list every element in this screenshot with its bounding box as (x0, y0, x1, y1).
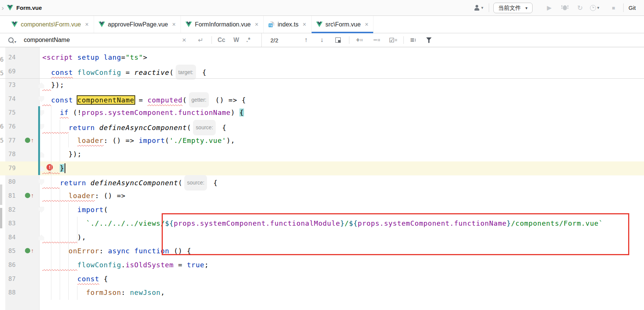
line-number: 88 (8, 286, 15, 300)
tab-components-Form.vue[interactable]: components\Form.vue× (7, 16, 94, 33)
run-config-label: 当前文件 (498, 5, 521, 12)
code-line-86[interactable]: 86 flowConfig.isOldSystem = true; (0, 258, 644, 272)
code-token: : () => (95, 192, 125, 200)
find-bar: ▾ × ↵ Cc W .* 2/2 ↑ ↓ (0, 33, 644, 47)
code-line-77[interactable]: 77↑ loader: () => import('./Empty.vue'), (0, 134, 644, 148)
bug-icon (563, 5, 567, 10)
tab-close-icon[interactable]: × (303, 21, 306, 28)
clock-icon (590, 5, 596, 11)
select-all-icon: ☑ (389, 37, 394, 44)
match-case-toggle[interactable]: Cc (218, 33, 225, 47)
previous-occurrence-button[interactable]: ↑ (304, 33, 308, 47)
vcs-widget[interactable]: Git (629, 0, 636, 16)
code-line-73[interactable]: 73 }); (0, 78, 644, 92)
search-history-button[interactable]: ▾ (8, 33, 16, 47)
tabs-container: components\Form.vue×approveFlowPage.vue×… (7, 16, 644, 33)
tab-index.ts[interactable]: TSindex.ts× (264, 16, 311, 33)
remove-occurrence-button[interactable]: −II (373, 33, 380, 47)
profiler-button[interactable]: ▾ (590, 0, 599, 16)
code-token: }); (69, 150, 82, 158)
code-token: : (99, 247, 108, 255)
vcs-change-marker[interactable] (38, 106, 40, 175)
code-token: { (99, 275, 108, 283)
code-token (42, 150, 69, 158)
filter-button[interactable] (426, 33, 432, 47)
select-all-occurrences-button[interactable]: ☑II (389, 33, 397, 47)
run-configuration-selector[interactable]: 当前文件 ▾ (493, 3, 533, 13)
gutter-marker-icon[interactable]: ↑ (25, 138, 34, 143)
sub-label: I (415, 38, 416, 42)
debug-button[interactable] (563, 0, 567, 16)
tab-close-icon[interactable]: × (365, 21, 368, 28)
tab-label: approveFlowPage.vue (108, 21, 168, 28)
tab-close-icon[interactable]: × (255, 21, 258, 28)
search-input[interactable] (23, 36, 164, 44)
code-line-75[interactable]: 75 if (!props.systemComponent.functionNa… (0, 106, 644, 120)
code-token: ), (226, 136, 235, 144)
clipped-edge-artifact (0, 208, 2, 228)
next-occurrence-button[interactable]: ↓ (320, 33, 324, 47)
code-line-76[interactable]: 76 return defineAsyncComponent(source: { (0, 120, 644, 134)
line-number: 79 (8, 161, 15, 175)
code-line-24[interactable]: 24<script setup lang="ts"> (0, 51, 644, 65)
newline-icon: ↵ (198, 36, 203, 44)
code-line-81[interactable]: 81↑ loader: () => (0, 189, 644, 203)
clipped-fragment: 5 (0, 67, 4, 81)
code-area[interactable]: 24<script setup lang="ts">69 const flowC… (0, 47, 644, 310)
gutter-marker-icon[interactable]: ↑ (25, 248, 34, 253)
regex-toggle[interactable]: .* (246, 33, 250, 47)
code-line-87[interactable]: 87 const { (0, 272, 644, 286)
code-token: { (198, 68, 207, 76)
code-text: return defineAsyncComponent(source: { (42, 175, 218, 191)
code-token: ; (204, 261, 209, 269)
tab-label: components\Form.vue (21, 21, 81, 28)
code-line-80[interactable]: 80 return defineAsyncComponent(source: { (0, 175, 644, 189)
code-token: . (121, 261, 126, 269)
window-title-group: › Form.vue (2, 0, 42, 16)
line-number: 80 (8, 175, 15, 189)
gutter-marker-icon[interactable]: ↑ (25, 193, 34, 198)
code-token (42, 219, 86, 227)
newline-button[interactable]: ↵ (198, 33, 203, 47)
clear-search-button[interactable]: × (182, 33, 186, 47)
user-profile-button[interactable]: ▾ (474, 0, 483, 16)
line-number: 76 (8, 120, 15, 134)
sub-label: II (360, 38, 363, 42)
indent-guide (77, 217, 77, 244)
match-case-label: Cc (218, 37, 225, 43)
parameter-hint: target: (176, 65, 196, 80)
code-editor[interactable]: 24<script setup lang="ts">69 const flowC… (0, 47, 644, 310)
code-token: ( (182, 96, 187, 104)
code-line-79[interactable]: 79! } (0, 161, 644, 175)
code-text: import( (42, 203, 108, 217)
rerun-button[interactable]: ↻ (577, 0, 583, 16)
tab-close-icon[interactable]: × (172, 21, 176, 28)
add-selection-icon: + (356, 36, 360, 44)
code-text: const flowConfig = reactive(target: { (42, 65, 207, 80)
add-occurrence-button[interactable]: +II (356, 33, 363, 47)
code-line-88[interactable]: 88 formJson: newJson, (0, 286, 644, 300)
stop-button[interactable]: ■ (612, 0, 615, 16)
search-options-button[interactable]: ≡I (410, 33, 416, 47)
tab-FormInformation.vue[interactable]: FormInformation.vue× (181, 16, 264, 33)
run-button[interactable]: ▶ (547, 0, 551, 16)
vue-icon (185, 22, 192, 27)
code-text: const { (42, 272, 108, 286)
code-line-78[interactable]: 78 }); (0, 147, 644, 161)
whole-words-toggle[interactable]: W (233, 33, 239, 47)
code-token: (! (69, 108, 82, 116)
tab-src-Form.vue[interactable]: src\Form.vue× (312, 16, 374, 33)
code-text: } (42, 161, 65, 175)
tab-label: FormInformation.vue (195, 21, 251, 28)
tab-approveFlowPage.vue[interactable]: approveFlowPage.vue× (94, 16, 181, 33)
code-token: loader (69, 192, 95, 200)
find-all-button[interactable] (335, 33, 341, 47)
code-text: flowConfig.isOldSystem = true; (42, 258, 209, 272)
code-token: loader (77, 136, 104, 144)
code-line-74[interactable]: 74 const componentName = computed(getter… (0, 92, 644, 106)
chevron-down-icon: ▾ (525, 6, 528, 11)
code-line-69[interactable]: 69 const flowConfig = reactive(target: { (0, 65, 644, 79)
code-text: const componentName = computed(getter: (… (42, 92, 246, 108)
tab-close-icon[interactable]: × (85, 21, 88, 28)
tab-label: index.ts (278, 21, 298, 28)
